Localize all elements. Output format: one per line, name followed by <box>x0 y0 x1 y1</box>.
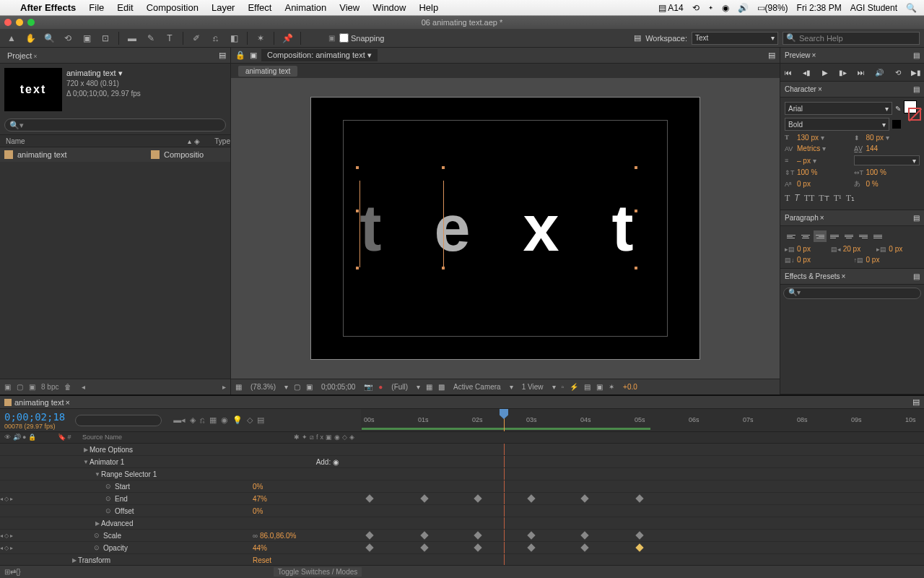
graph-editor-icon[interactable]: ▤ <box>257 415 264 425</box>
selection-tool-icon[interactable]: ▲ <box>4 31 19 46</box>
twirl-icon[interactable]: ▼ <box>82 459 90 465</box>
stroke-width-value[interactable]: – px <box>797 157 811 165</box>
transform-handle[interactable] <box>355 266 359 270</box>
menu-view[interactable]: View <box>339 2 359 13</box>
pen-tool-icon[interactable]: ✎ <box>144 31 158 46</box>
bluetooth-icon[interactable]: ᛭ <box>708 3 713 13</box>
kerning-value[interactable]: Metrics <box>797 144 820 152</box>
keyframe-nav[interactable]: ◂ ◇ ▸ <box>0 496 13 502</box>
bold-button[interactable]: T <box>785 193 790 204</box>
transform-handle[interactable] <box>634 209 638 213</box>
hscale-value[interactable]: 100 % <box>866 168 886 176</box>
roi-icon[interactable]: ▣ <box>306 383 313 391</box>
panel-menu-icon[interactable]: ▤ <box>768 51 775 60</box>
toggle-switch-icon[interactable]: ⇄ <box>10 568 16 576</box>
exposure-reset-icon[interactable]: ✶ <box>609 383 614 391</box>
menu-help[interactable]: Help <box>419 2 438 13</box>
add-animator-button[interactable]: Add: ◉ <box>316 458 339 466</box>
align-center-button[interactable] <box>799 230 812 242</box>
interpret-footage-icon[interactable]: ▣ <box>4 383 11 391</box>
comp-mini-icon[interactable]: ▬◂ <box>173 415 186 425</box>
keyframe-diamond[interactable] <box>527 531 535 539</box>
keyframe-diamond[interactable] <box>474 531 481 539</box>
keyframe-diamond[interactable] <box>635 531 643 539</box>
firstline-value[interactable]: 0 px <box>889 245 902 253</box>
username[interactable]: AGI Student <box>850 3 897 13</box>
preview-time[interactable]: 0;00;05;00 <box>318 382 358 392</box>
stopwatch-icon[interactable]: ⊙ <box>94 532 101 539</box>
font-style-dropdown[interactable]: Bold▾ <box>785 118 889 131</box>
space-before-value[interactable]: 0 px <box>797 256 811 264</box>
menu-animation[interactable]: Animation <box>284 2 326 13</box>
align-right-button[interactable] <box>814 230 827 242</box>
panel-menu-icon[interactable]: ▤ <box>912 397 920 407</box>
snapping-checkbox[interactable] <box>339 33 349 43</box>
timeline-property-row[interactable]: ⊙Start0% <box>0 480 924 493</box>
property-value[interactable]: 0% <box>253 483 263 491</box>
justify-right-button[interactable] <box>857 230 870 242</box>
comp-tab[interactable]: Composition: animating text ▾ <box>261 49 378 61</box>
spotlight-icon[interactable]: 🔍 <box>906 3 917 13</box>
composition-viewer[interactable]: t e x t <box>231 78 780 379</box>
comp-flow-icon[interactable]: ▣ <box>596 383 603 391</box>
color-swatches[interactable] <box>904 100 920 129</box>
col-type-header[interactable]: Type <box>200 137 230 145</box>
stopwatch-icon[interactable]: ⊙ <box>105 483 113 490</box>
text-tool-icon[interactable]: T <box>162 31 177 46</box>
panel-menu-icon[interactable]: ▤ <box>913 85 920 93</box>
keyframe-diamond[interactable] <box>527 494 535 502</box>
stroke-style-dropdown[interactable]: ▾ <box>854 155 920 165</box>
timeline-tab[interactable]: animating text <box>14 398 64 407</box>
property-value[interactable]: 0% <box>253 507 263 515</box>
tracking-value[interactable]: 144 <box>866 144 879 152</box>
pan-behind-tool-icon[interactable]: ⊡ <box>98 31 113 46</box>
folder-icon[interactable]: ▢ <box>17 383 23 391</box>
menu-layer[interactable]: Layer <box>212 2 235 13</box>
puppet-tool-icon[interactable]: 📌 <box>280 31 295 46</box>
hand-tool-icon[interactable]: ✋ <box>23 31 38 46</box>
eyedropper-icon[interactable]: ✎ <box>895 105 901 113</box>
italic-button[interactable]: T <box>794 193 799 204</box>
transform-handle[interactable] <box>355 209 359 213</box>
trash-icon[interactable]: 🗑 <box>64 383 71 391</box>
alpha-icon[interactable]: ▦ <box>235 383 242 391</box>
next-icon[interactable]: ▸ <box>222 383 226 391</box>
keyframe-diamond[interactable] <box>365 494 373 502</box>
justify-center-button[interactable] <box>842 230 855 242</box>
keyframe-diamond[interactable] <box>580 543 588 551</box>
align-left-button[interactable] <box>785 230 798 242</box>
property-value[interactable]: 47% <box>253 495 267 503</box>
keyframe-diamond[interactable] <box>580 494 588 502</box>
bpc-label[interactable]: 8 bpc <box>41 383 58 391</box>
playhead[interactable] <box>504 409 505 431</box>
mute-button[interactable]: 🔊 <box>873 66 886 78</box>
leading-value[interactable]: 80 px <box>866 134 884 142</box>
col-label-icon[interactable]: ◈ <box>194 137 200 145</box>
project-search-input[interactable]: 🔍▾ <box>4 118 226 131</box>
timeline-property-row[interactable]: ⊙Offset0% <box>0 505 924 517</box>
close-window-button[interactable] <box>4 19 12 26</box>
search-help-input[interactable]: 🔍 Search Help <box>783 32 920 45</box>
twirl-icon[interactable]: ▶ <box>94 520 101 527</box>
adobe-anywhere-icon[interactable]: ▤ A 14 <box>658 3 684 13</box>
character-tab[interactable]: Character <box>785 85 816 93</box>
vscale-value[interactable]: 100 % <box>797 168 817 176</box>
transform-handle[interactable] <box>441 165 445 170</box>
timeline-property-row[interactable]: ▼Range Selector 1 <box>0 468 924 480</box>
superscript-button[interactable]: T¹ <box>834 193 842 204</box>
twirl-icon[interactable]: ▼ <box>94 471 101 478</box>
subscript-button[interactable]: T₁ <box>846 193 855 204</box>
keyframe-diamond[interactable] <box>420 531 428 539</box>
mask-icon[interactable]: ▩ <box>438 383 445 391</box>
timeline-property-row[interactable]: ◂ ◇ ▸⊙Opacity44% <box>0 542 924 554</box>
time-ruler[interactable]: 00s01s02s03s04s05s06s07s08s09s10s <box>361 409 924 431</box>
panel-menu-icon[interactable]: ▤ <box>913 51 920 59</box>
play-button[interactable]: ▶ <box>819 66 832 78</box>
solo-switch-icon[interactable]: ● <box>22 434 26 441</box>
brush-tool-icon[interactable]: ✐ <box>189 31 204 46</box>
timeline-property-row[interactable]: ◂ ◇ ▸⊙End47% <box>0 493 924 505</box>
stopwatch-icon[interactable]: ⊙ <box>94 544 101 551</box>
composition-canvas[interactable]: t e x t <box>310 97 700 360</box>
first-frame-button[interactable]: ⏮ <box>782 66 795 78</box>
prev-icon[interactable]: ◂ <box>82 383 85 391</box>
